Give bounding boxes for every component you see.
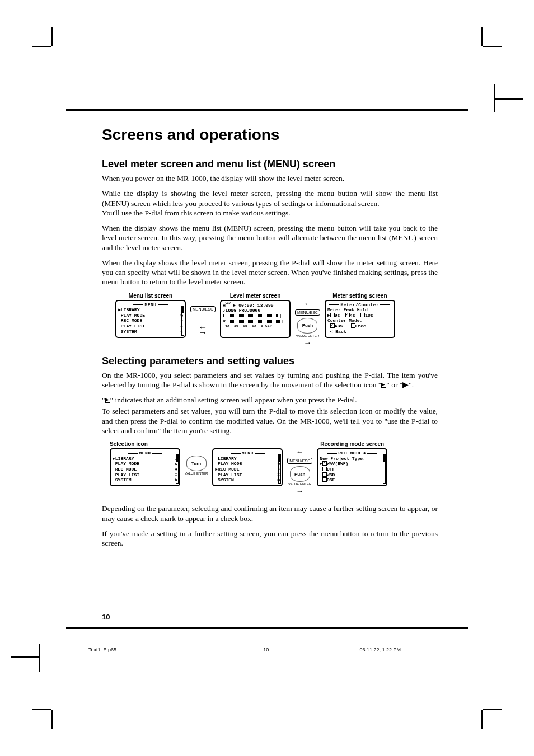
double-arrow-icon: ←→	[198, 325, 207, 335]
dial-labels: VALUE ENTER	[296, 334, 319, 337]
lcd-menu-sel2: MENU LIBRARY♪ PLAY MODE↻ ▶REC MODE● PLAY…	[212, 448, 283, 486]
menu-button-icon: MENU/ESC	[295, 309, 320, 316]
fig-label-selection: Selection icon	[110, 441, 148, 447]
crop-mark	[32, 709, 51, 710]
crop-mark	[481, 710, 483, 729]
crop-mark	[483, 46, 502, 47]
footer-page: 10	[263, 647, 269, 652]
crop-mark	[11, 656, 39, 658]
right-arrow-icon: →	[303, 339, 311, 348]
fig-label-level: Level meter screen	[230, 293, 281, 299]
left-arrow-icon: ←	[296, 448, 304, 457]
footer-date: 06.11.22, 1:22 PM	[359, 647, 401, 652]
fig-label-rec: Recording mode screen	[320, 441, 384, 447]
body-text: While the display is showing the level m…	[102, 189, 438, 218]
body-text: To select parameters and set values, you…	[102, 406, 438, 435]
section-heading: Level meter screen and menu list (MENU) …	[102, 158, 438, 170]
lcd-menu-list: MENU ▶LIBRARY♪ PLAY MODE↻ REC MODE● PLAY…	[115, 300, 186, 338]
left-arrow-icon: ←	[303, 299, 311, 308]
lcd-rec-mode: REC MODE ● New Project Type: ▶WAV(BWF) D…	[317, 448, 387, 486]
page-title: Screens and operations	[102, 126, 438, 144]
crop-mark	[483, 709, 502, 710]
menu-button-icon: MENU/ESC	[287, 458, 312, 464]
right-arrow-icon: →	[296, 487, 304, 496]
body-text: When the display shows the level meter s…	[102, 258, 438, 287]
body-text: "" indicates that an additional setting …	[102, 395, 438, 405]
dial-labels: VALUE ENTER	[185, 472, 208, 475]
body-text: When the display shows the menu list (ME…	[102, 223, 438, 252]
crop-mark	[495, 98, 523, 100]
crop-mark	[51, 710, 53, 729]
p-dial-icon: Push	[297, 318, 317, 334]
crop-mark	[481, 27, 483, 46]
footer-file: Text1_E.p65	[88, 647, 116, 652]
lcd-menu-sel1: MENU ▶LIBRARY♪ PLAY MODE↻ REC MODE● PLAY…	[110, 448, 180, 486]
footer-rule-thin	[66, 644, 468, 644]
footer-rule	[66, 627, 468, 630]
figure-row-2: Selection icon MENU ▶LIBRARY♪ PLAY MODE↻…	[110, 441, 438, 496]
body-text: Depending on the parameter, selecting an…	[102, 504, 438, 523]
dial-labels: VALUE ENTER	[288, 482, 311, 486]
header-rule	[66, 109, 468, 111]
body-text: When you power-on the MR-1000, the displ…	[102, 173, 438, 183]
body-text: If you've made a setting in a further se…	[102, 529, 438, 548]
footer: Text1_E.p65 10 06.11.22, 1:22 PM	[66, 647, 468, 652]
body-text: On the MR-1000, you select parameters an…	[102, 370, 438, 390]
p-dial-turn-icon: Turn	[186, 456, 207, 471]
fig-label-menu: Menu list screen	[129, 293, 172, 299]
crop-mark	[494, 84, 495, 112]
lcd-meter-setting: Meter/Counter Meter Peak Hold: ▶0s 4s 10…	[325, 300, 395, 338]
crop-mark	[32, 46, 51, 47]
page-number: 10	[102, 613, 110, 621]
fig-label-meter: Meter setting screen	[332, 293, 387, 299]
menu-button-icon: MENU/ESC	[190, 306, 216, 312]
figure-row-1: Menu list screen MENU ▶LIBRARY♪ PLAY MOD…	[115, 293, 438, 348]
lcd-level-meter: ▣WAV ▶ 00:00: 13.090 ♪LONG_PROJ0000 L| R…	[220, 300, 291, 338]
crop-mark	[51, 27, 53, 46]
selection-icon	[381, 383, 386, 388]
p-dial-push-icon: Push	[290, 466, 310, 482]
crop-mark	[39, 644, 40, 672]
selection-icon	[105, 398, 110, 403]
section-heading: Selecting parameters and setting values	[102, 355, 438, 367]
